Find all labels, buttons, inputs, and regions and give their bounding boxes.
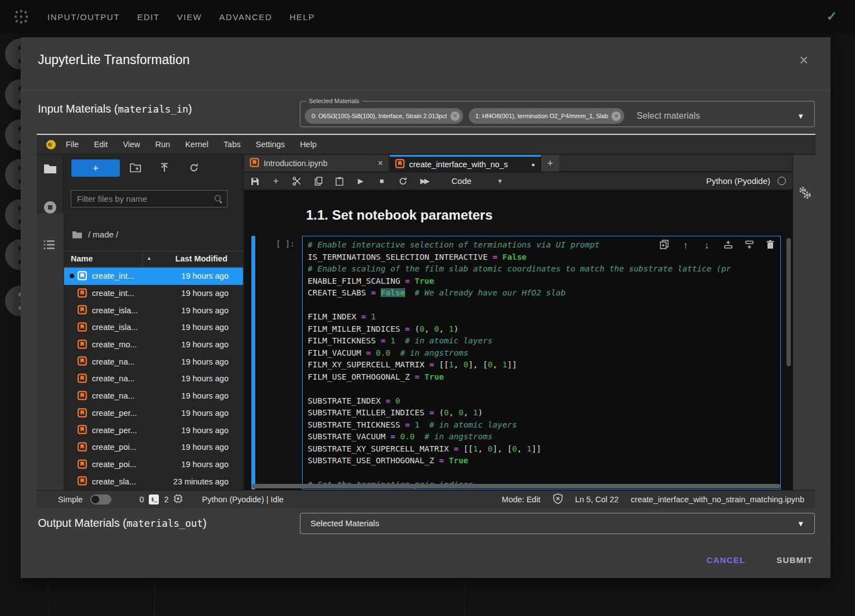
kernel-name[interactable]: Python (Pyodide) [706, 176, 770, 186]
running-kernels-tab-icon[interactable] [43, 201, 57, 216]
file-row[interactable]: create_int...19 hours ago [64, 268, 243, 285]
jupyter-menu-view[interactable]: View [123, 140, 140, 149]
app-menu-advanced[interactable]: ADVANCED [219, 12, 272, 22]
jupyter-menu-help[interactable]: Help [300, 140, 317, 149]
duplicate-cell-icon[interactable] [658, 240, 671, 252]
kernel-status-text[interactable]: Python (Pyodide) | Idle [202, 495, 283, 504]
move-cell-up-icon[interactable]: ↑ [679, 240, 692, 251]
refresh-icon[interactable] [189, 163, 199, 175]
app-logo-icon[interactable] [13, 9, 29, 24]
breadcrumb[interactable]: / made / [72, 230, 118, 239]
material-chip-label: 1: Hf4O8(001), termination O2_P4/mmm_1, … [475, 113, 608, 119]
chip-remove-icon[interactable]: × [611, 111, 621, 121]
code-line: SUBSTRATE_INDEX = 0 [308, 395, 779, 408]
active-filename[interactable]: create_interface_with_no_strain_matching… [631, 495, 804, 504]
horizontal-scrollbar[interactable] [252, 484, 780, 488]
file-row[interactable]: create_per...19 hours ago [64, 405, 243, 422]
file-row[interactable]: create_per...19 hours ago [64, 421, 243, 439]
new-tab-button[interactable]: + [541, 155, 559, 172]
file-browser-tab-icon[interactable] [43, 163, 57, 176]
tab-introduction[interactable]: Introduction.ipynb × [244, 155, 389, 172]
property-inspector-gears-icon[interactable] [798, 186, 812, 202]
table-of-contents-tab-icon[interactable] [43, 240, 56, 252]
material-chip[interactable]: 0: O6Si3(100)-Si8(100), Interface, Strai… [305, 108, 463, 124]
cancel-button[interactable]: CANCEL [707, 555, 746, 565]
file-list-header[interactable]: Name ▲ Last Modified [64, 251, 243, 267]
stop-icon[interactable]: ■ [371, 177, 392, 185]
app-menu-input-output[interactable]: INPUT/OUTPUT [47, 12, 120, 22]
submit-button[interactable]: SUBMIT [776, 555, 813, 565]
jupyter-menu-tabs[interactable]: Tabs [224, 140, 241, 149]
jupyter-menu-run[interactable]: Run [156, 140, 171, 149]
trust-shield-icon[interactable] [553, 493, 563, 506]
paste-icon[interactable] [329, 176, 350, 186]
file-row[interactable]: create_int...19 hours ago [64, 285, 243, 302]
kernel-chip-icon[interactable] [173, 494, 183, 505]
file-row[interactable]: create_na...19 hours ago [64, 387, 243, 405]
output-dropdown-arrow-icon[interactable]: ▼ [797, 520, 804, 528]
output-materials-dropdown[interactable]: Selected Materials ▼ [300, 513, 815, 534]
notebook-area[interactable]: 1.1. Set notebook parameters [ ]: # Enab… [244, 191, 793, 490]
file-row[interactable]: create_poi...19 hours ago [64, 439, 243, 456]
terminal-icon[interactable]: $_ [149, 494, 159, 505]
delete-cell-icon[interactable] [764, 240, 776, 252]
check-icon[interactable]: ✓ [827, 9, 837, 24]
file-row[interactable]: create_sla...23 minutes ago [64, 473, 243, 490]
mode-indicator[interactable]: Mode: Edit [502, 495, 540, 504]
chip-remove-icon[interactable]: × [450, 111, 460, 121]
code-cell[interactable]: # Enable interactive selection of termin… [302, 236, 781, 489]
app-menu-view[interactable]: VIEW [177, 12, 202, 22]
materials-dropdown-arrow-icon[interactable]: ▼ [797, 112, 804, 120]
cell-collapser[interactable] [251, 236, 255, 489]
file-row[interactable]: create_na...19 hours ago [64, 353, 243, 370]
new-folder-icon[interactable] [130, 163, 141, 174]
cursor-position[interactable]: Ln 5, Col 22 [575, 495, 619, 504]
file-name: create_isla... [92, 306, 138, 315]
upload-icon[interactable] [160, 163, 169, 175]
insert-cell-below-icon[interactable] [743, 240, 755, 252]
jupyter-right-sidebar [793, 155, 815, 490]
file-row[interactable]: create_isla...19 hours ago [64, 319, 243, 336]
kernel-count[interactable]: 2 [164, 495, 168, 504]
chevron-down-icon[interactable]: ▾ [498, 177, 502, 185]
material-chip[interactable]: 1: Hf4O8(001), termination O2_P4/mmm_1, … [469, 108, 624, 124]
insert-cell-icon[interactable]: + [265, 176, 286, 187]
cut-icon[interactable] [286, 176, 308, 186]
restart-run-all-icon[interactable]: ▶▶ [414, 177, 435, 185]
insert-cell-above-icon[interactable] [722, 240, 734, 252]
move-cell-down-icon[interactable]: ↓ [701, 240, 713, 251]
filter-files-input[interactable]: Filter files by name [71, 190, 227, 207]
output-dropdown-value: Selected Materials [310, 518, 379, 528]
close-icon[interactable]: × [799, 53, 808, 68]
jupyter-menu-file[interactable]: File [66, 140, 79, 149]
save-icon[interactable] [244, 176, 265, 185]
run-icon[interactable]: ▶ [350, 177, 371, 185]
file-row[interactable]: create_mo...19 hours ago [64, 336, 243, 353]
cell-type-select[interactable]: Code [451, 176, 472, 186]
new-launcher-button[interactable]: + [71, 159, 120, 177]
materials-select-placeholder[interactable]: Select materials [637, 111, 700, 121]
unsaved-dot-icon[interactable]: ● [531, 161, 535, 168]
jupyter-menu-kernel[interactable]: Kernel [185, 140, 208, 149]
simple-mode-toggle[interactable] [90, 494, 111, 505]
app-menu-help[interactable]: HELP [289, 12, 315, 22]
terminal-count[interactable]: 0 [139, 495, 144, 504]
selected-materials-fieldset[interactable]: Selected Materials 0: O6Si3(100)-Si8(100… [300, 98, 815, 127]
restart-kernel-icon[interactable] [392, 176, 414, 186]
file-modified-time: 23 minutes ago [173, 477, 229, 486]
column-last-modified[interactable]: Last Modified [176, 254, 227, 263]
app-menu-edit[interactable]: EDIT [137, 12, 160, 22]
tab-close-icon[interactable]: × [378, 158, 383, 168]
file-row[interactable]: create_poi...19 hours ago [64, 456, 243, 473]
jupyterlite-logo-icon [46, 140, 56, 149]
vertical-scrollbar[interactable] [786, 238, 791, 366]
file-row[interactable]: create_isla...19 hours ago [64, 302, 243, 319]
copy-icon[interactable] [308, 176, 329, 186]
tab-create-interface[interactable]: create_interface_with_no_s ● [390, 155, 541, 172]
sort-ascending-icon[interactable]: ▲ [147, 255, 152, 261]
file-row[interactable]: create_na...19 hours ago [64, 370, 243, 387]
jupyter-menu-edit[interactable]: Edit [94, 140, 108, 149]
kernel-status-icon[interactable] [778, 177, 786, 185]
jupyter-menu-settings[interactable]: Settings [256, 140, 285, 149]
column-name[interactable]: Name [71, 254, 93, 263]
